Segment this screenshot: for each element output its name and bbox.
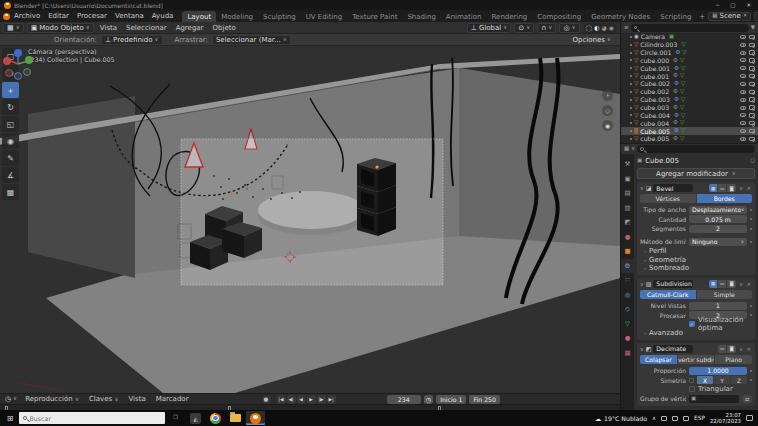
render-toggle[interactable]: ◙ [727,345,736,353]
realtime-toggle[interactable]: ▭ [718,345,727,353]
snap-toggle[interactable]: ∩ ∨ [537,23,556,33]
edit-mode-toggle[interactable]: ▦ [709,280,718,288]
shading-rendered-icon[interactable]: ◉ [609,25,614,31]
taskbar-app-chrome[interactable] [206,411,225,425]
add-modifier-button[interactable]: Agregar modificador ∨ [637,168,755,179]
eye-icon[interactable] [740,74,746,78]
tab-layout[interactable]: Layout [182,11,216,22]
outliner-row[interactable]: ▽cube.001⚙▽ [621,72,758,80]
pivot-point-selector[interactable]: ⊙ ∨ [514,23,534,33]
shading-wireframe-icon[interactable]: ◯ [586,25,593,31]
delete-modifier-icon[interactable]: ✕ [746,185,752,191]
menu-marcador[interactable]: Marcador [153,395,192,403]
weather-widget[interactable]: ☁ 19°C Nublado [595,415,647,422]
current-frame-field[interactable]: 234 [387,395,421,404]
levels-viewport-field[interactable]: 1 [689,302,747,310]
gizmo-x-axis[interactable] [3,57,11,65]
menu-objeto[interactable]: Objeto [210,24,239,32]
gizmo-z-neg[interactable] [15,73,22,80]
axis-y-button[interactable]: Y [714,376,730,384]
outliner-row[interactable]: ▽Cilindro.003▽ [621,41,758,49]
catmull-clark-button[interactable]: Catmull-Clark [640,290,697,299]
viewlayer-selector[interactable]: ◉ ViewLayer ✕ [754,12,758,21]
transform-tool[interactable]: ◉ [2,133,19,149]
language-indicator[interactable]: ESP [694,415,705,421]
outliner-row[interactable]: ▽Cube.002⚙▽ [621,80,758,88]
outliner-row-camera[interactable]: ◉Camera▣ [621,33,758,41]
tab-object-data[interactable]: ▽ [621,317,634,332]
render-visibility-icon[interactable] [749,97,755,102]
cube-tower[interactable] [357,158,396,236]
animate-dot[interactable] [750,241,752,243]
eye-icon[interactable] [740,113,746,117]
gizmo-x-neg[interactable] [6,70,13,77]
options-dropdown[interactable]: Opciones ∨ [570,35,614,45]
tab-texture[interactable]: ▦ [621,346,634,361]
notification-icon[interactable] [746,415,753,421]
axis-z-button[interactable]: Z [731,376,747,384]
extras-icon[interactable]: ∨ [738,346,744,352]
animate-dot[interactable] [750,209,752,211]
tab-modeling[interactable]: Modeling [216,11,258,22]
measure-tool[interactable]: ∡ [2,167,19,183]
eye-icon[interactable] [740,43,746,47]
viewport-canvas[interactable] [0,46,620,393]
filter-icon[interactable]: ▼ [751,25,755,31]
tab-texture-paint[interactable]: Texture Paint [347,11,402,22]
checkbox-checked-icon[interactable]: ✓ [689,321,695,327]
animate-dot[interactable] [750,218,752,220]
render-toggle[interactable]: ◙ [727,184,736,192]
taskbar-app-explorer[interactable] [226,411,245,425]
render-visibility-icon[interactable] [749,105,755,110]
animate-dot[interactable] [750,370,752,372]
render-visibility-icon[interactable] [749,137,755,142]
menu-ayuda[interactable]: Ayuda [148,11,178,21]
simple-button[interactable]: Simple [697,290,753,299]
gizmo-y-neg[interactable] [24,69,31,76]
gizmo-z-axis[interactable] [14,49,22,57]
tab-object[interactable]: ■ [621,244,634,259]
jump-to-start-button[interactable]: |◀ [277,395,286,404]
proportional-editing-toggle[interactable]: ◎ ∨ [559,23,579,33]
menu-archivo[interactable]: Archivo [10,11,44,21]
next-keyframe-button[interactable]: |▶ [317,395,326,404]
annotate-tool[interactable]: ✎ [2,150,19,166]
tab-constraints[interactable]: ◇ [621,302,634,317]
add-workspace-button[interactable]: + [696,11,708,22]
menu-vista-timeline[interactable]: Vista [125,395,148,403]
tab-render[interactable]: ▣ [621,172,634,187]
drag-action-dropdown[interactable]: Seleccionar (Mar... ∨ [212,35,291,45]
extras-icon[interactable]: ∨ [738,281,744,287]
pan-icon[interactable]: ◇ [602,105,613,116]
tab-material[interactable]: ● [621,331,634,346]
render-visibility-icon[interactable] [749,66,755,71]
menu-procesar[interactable]: Procesar [73,11,111,21]
width-type-dropdown[interactable]: Desplazamiento∨ [689,206,747,214]
delete-modifier-icon[interactable]: ✕ [746,281,752,287]
animate-dot[interactable] [750,305,752,307]
close-button[interactable]: ✕ [746,2,751,8]
outliner-row-active[interactable]: ▽Cube.005⚙▽ [621,127,758,135]
zoom-icon[interactable]: ＋ [602,90,613,101]
properties-editor-icon[interactable]: ▦ [624,146,629,152]
taskbar-app-generic[interactable]: ◭ [186,411,205,425]
navigation-gizmo[interactable] [0,46,36,82]
modifier-name-field[interactable]: Bevel [653,184,693,192]
shading-material-icon[interactable]: ◕ [602,25,607,31]
orientation-preset-dropdown[interactable]: ⊥ Predefinido ∨ [101,35,163,45]
menu-seleccionar[interactable]: Seleccionar [123,24,170,32]
tab-geometry-nodes[interactable]: Geometry Nodes [586,11,655,22]
outliner-row[interactable]: ▽cube.003⚙▽ [621,104,758,112]
eye-icon[interactable] [740,82,746,86]
minimize-button[interactable]: ─ [716,2,719,8]
collapse-button[interactable]: Colapsar [640,355,678,364]
subpanel-sombreado[interactable]: ›Sombreado [639,264,753,273]
limit-method-dropdown[interactable]: Ninguno∨ [689,238,747,246]
eye-icon[interactable] [740,129,746,133]
animate-dot[interactable] [750,228,752,230]
render-visibility-icon[interactable] [749,129,755,134]
render-visibility-icon[interactable] [749,50,755,55]
timeline-editor-selector[interactable]: ◷ ∨ [4,394,18,404]
tray-network-icon[interactable] [661,416,667,421]
outliner-row[interactable]: ▽Cube.003⚙▽ [621,96,758,104]
